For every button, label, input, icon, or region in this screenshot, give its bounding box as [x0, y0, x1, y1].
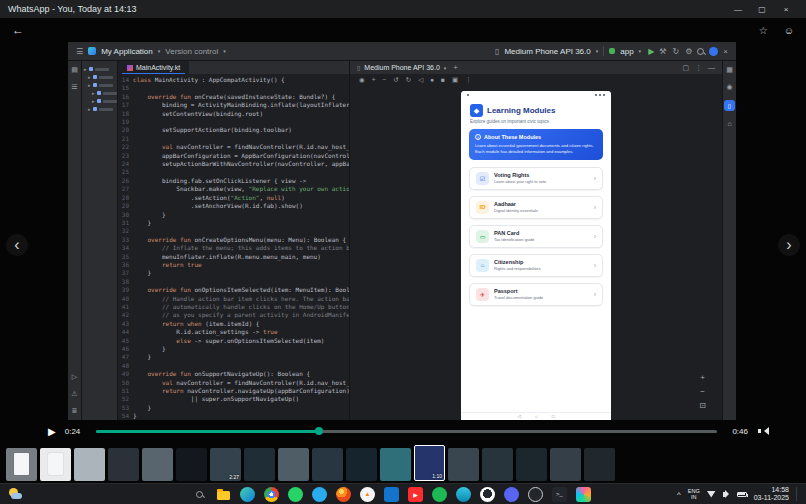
studio-toolbar: ☰ My Application ▾ Version control ▾ ▯ M… — [68, 42, 736, 61]
media-thumbnail[interactable] — [550, 448, 581, 481]
edge-browser-icon[interactable] — [240, 487, 255, 502]
zoom-button-icon: − — [700, 387, 705, 396]
volume-tray-icon[interactable] — [723, 492, 726, 497]
media-thumbnail[interactable] — [74, 448, 105, 481]
media-thumbnail[interactable] — [176, 448, 207, 481]
editor-tab-label: MainActivity.kt — [136, 64, 180, 71]
media-thumbnail[interactable] — [482, 448, 513, 481]
volume-icon[interactable] — [757, 426, 770, 436]
media-thumbnail[interactable]: 2:27 — [210, 448, 241, 481]
media-thumbnail[interactable] — [448, 448, 479, 481]
terminal-icon[interactable]: >_ — [552, 487, 567, 502]
media-thumbnail[interactable] — [312, 448, 343, 481]
seek-bar[interactable] — [96, 430, 717, 433]
spotify-icon[interactable] — [432, 487, 447, 502]
device-tab-bar: ▯ Medium Phone API 36.0 ▾ + ▢⋮— — [350, 61, 722, 74]
media-thumbnail[interactable] — [6, 448, 37, 481]
android-studio-icon[interactable] — [456, 487, 471, 502]
status-dot — [599, 94, 601, 96]
language-indicator[interactable]: ENG IN — [688, 488, 700, 500]
document-icon — [48, 453, 63, 475]
vlc-player-icon[interactable]: ▲ — [360, 487, 375, 502]
module-title: PAN Card — [494, 230, 589, 236]
phone-icon: ▯ — [357, 64, 360, 71]
code-line: 33 override fun onCreateOptionsMenu(menu… — [118, 236, 349, 244]
code-line: 53 } — [118, 404, 349, 412]
whatsapp-icon[interactable] — [288, 487, 303, 502]
file-explorer-icon[interactable] — [216, 487, 231, 502]
module-title: Aadhaar — [494, 201, 589, 207]
media-thumbnail[interactable] — [516, 448, 547, 481]
version-control-button: Version control — [165, 47, 218, 56]
minimize-button[interactable]: — — [726, 5, 750, 14]
left-strip-bottom: ▷⚠≣ — [71, 373, 77, 415]
panel-action-icon: — — [708, 64, 715, 72]
telegram-icon[interactable] — [312, 487, 327, 502]
tool-window-icon: ▤ — [71, 66, 78, 74]
chevron-right-icon: › — [594, 204, 596, 211]
progress-knob[interactable] — [315, 427, 323, 435]
code-line: 47 } — [118, 353, 349, 361]
media-thumbnail[interactable] — [108, 448, 139, 481]
toolbar-icon: ↻ — [672, 47, 679, 56]
chrome-browser-icon[interactable] — [264, 487, 279, 502]
close-icon: × — [723, 47, 728, 56]
battery-icon[interactable] — [737, 492, 747, 497]
passport-icon: ✈ — [476, 288, 489, 301]
phone-screen: ◆ Learning Modules Explore guides on imp… — [461, 91, 611, 420]
code-line: 51 return navController.navigateUp(appBa… — [118, 387, 349, 395]
code-line: 27 Snackbar.make(view, "Replace with you… — [118, 185, 349, 193]
device-control-icon: + — [372, 76, 376, 83]
code-line: 14class MainActivity : AppCompatActivity… — [118, 76, 349, 84]
code-line: 45 else -> super.onOptionsItemSelected(i… — [118, 337, 349, 345]
media-thumbnail[interactable] — [278, 448, 309, 481]
star-button[interactable]: ☆ — [759, 25, 768, 36]
module-subtitle: Travel documentation guide — [494, 295, 589, 300]
media-thumbnail[interactable] — [40, 448, 71, 481]
tool-window-icon: ☰ — [71, 83, 77, 91]
youtube-icon[interactable]: ▶ — [408, 487, 423, 502]
close-button[interactable]: × — [774, 5, 798, 14]
module-card: ✈PassportTravel documentation guide› — [469, 283, 603, 306]
project-tree-item: ▸ — [82, 73, 117, 81]
chevron-right-icon: › — [594, 175, 596, 182]
maximize-button[interactable]: ▢ — [750, 5, 774, 14]
id-card-icon: ID — [476, 201, 489, 214]
jetbrains-toolbox-icon[interactable] — [576, 487, 591, 502]
tray-expand-icon[interactable]: ^ — [677, 490, 681, 499]
emoji-reaction-button[interactable]: ☺ — [784, 25, 794, 36]
weather-widget[interactable] — [8, 487, 23, 502]
start-button-icon[interactable] — [168, 487, 183, 502]
zoom-button-icon: + — [700, 373, 705, 382]
media-thumbnail[interactable] — [380, 448, 411, 481]
search-button-icon[interactable] — [192, 487, 207, 502]
left-strip-top: ▤☰ — [71, 66, 78, 91]
tool-window-icon: ⌂ — [727, 120, 731, 127]
project-icon — [88, 47, 96, 55]
tray-date: 03-11-2025 — [754, 494, 789, 502]
github-icon[interactable] — [480, 487, 495, 502]
code-line: 24 setupActionBarWithNavController(navCo… — [118, 160, 349, 168]
wifi-icon[interactable] — [707, 491, 716, 498]
firefox-browser-icon[interactable] — [336, 487, 351, 502]
play-button[interactable]: ▶ — [48, 426, 56, 437]
back-button[interactable]: ← — [12, 23, 24, 37]
show-desktop-button[interactable] — [796, 487, 798, 501]
video-frame[interactable]: ☰ My Application ▾ Version control ▾ ▯ M… — [68, 42, 736, 420]
media-thumbnail[interactable] — [244, 448, 275, 481]
module-card: ▭PAN CardTax identification guide› — [469, 225, 603, 248]
pan-card-icon: ▭ — [476, 230, 489, 243]
previous-media-button[interactable]: ‹ — [6, 234, 28, 256]
code-line: 48 — [118, 362, 349, 370]
media-thumbnail[interactable] — [346, 448, 377, 481]
clock[interactable]: 14:58 03-11-2025 — [754, 486, 789, 502]
vscode-icon[interactable] — [384, 487, 399, 502]
media-thumbnail[interactable] — [584, 448, 615, 481]
obs-studio-icon[interactable] — [528, 487, 543, 502]
tool-window-icon: ▷ — [72, 373, 77, 381]
discord-icon[interactable] — [504, 487, 519, 502]
project-name: My Application — [101, 47, 153, 56]
media-thumbnail[interactable]: 1:10 — [414, 445, 445, 481]
next-media-button[interactable]: › — [778, 234, 800, 256]
media-thumbnail[interactable] — [142, 448, 173, 481]
